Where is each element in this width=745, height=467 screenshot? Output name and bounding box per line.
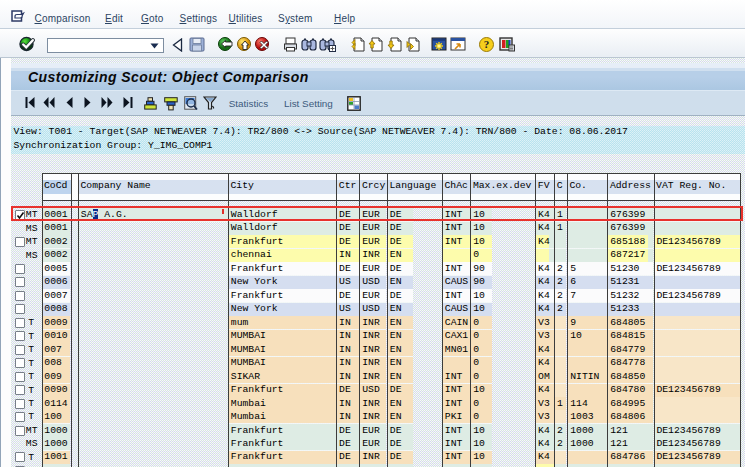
- svg-text:?: ?: [484, 38, 490, 50]
